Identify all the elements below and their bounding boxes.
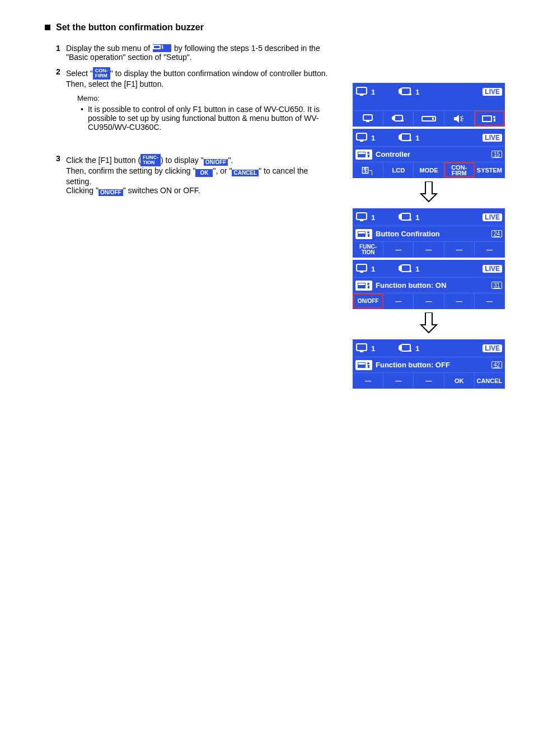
btn-ok[interactable]: OK [444,373,475,388]
svg-point-2 [162,45,163,47]
svg-rect-21 [357,133,367,140]
monitor-icon [355,263,369,274]
monitor-number: 1 [371,134,375,142]
svg-rect-45 [357,344,367,351]
monitor-icon [355,86,369,97]
controller-title: Controller [376,150,488,158]
step2-after: " to display the button confirmation win… [110,69,328,78]
screen-iconbar: 1 1 LIVE [353,83,505,127]
btn-system[interactable]: SYSTEM [475,162,504,178]
s3-a: Click the [F1] button ( [66,156,140,165]
step2-before: Select " [66,69,93,78]
svg-rect-30 [360,220,363,221]
page-number: 31 [491,282,502,289]
svg-rect-40 [409,270,411,272]
ok-icon: OK [195,169,213,177]
monitor-icon [355,343,369,354]
btn-blank: — [353,373,383,388]
svg-rect-11 [401,120,404,122]
btn-blank: — [414,373,444,388]
step-1: 1 Display the sub menu of by following t… [56,44,512,62]
controller-small-icon [355,150,372,160]
svg-rect-32 [409,219,411,221]
step-number: 2 [56,67,62,132]
svg-rect-3 [162,47,163,49]
svg-rect-50 [358,363,365,365]
camera-icon [397,87,413,97]
btn-function[interactable]: FUNC- TION [353,242,383,257]
svg-rect-44 [368,286,369,288]
svg-rect-8 [363,115,372,120]
iconbar-camera[interactable] [383,111,414,126]
svg-point-43 [367,283,369,285]
onoff-icon: ON/OFF [204,159,228,166]
live-badge: LIVE [483,134,502,142]
live-badge: LIVE [483,265,502,273]
svg-rect-42 [358,283,365,285]
iconbar-controller[interactable] [475,111,504,126]
controller-small-icon [355,281,372,291]
svg-rect-28 [368,155,369,157]
button-confirmation-title: Button Confiration [376,230,488,238]
svg-rect-38 [360,272,363,273]
camera-number: 1 [415,213,419,222]
monitor-number: 1 [371,344,375,353]
function-on-title: Function button: ON [376,281,488,290]
confirm-icon: CON-FIRM [93,67,110,80]
monitor-icon [355,212,369,223]
svg-rect-7 [409,94,411,95]
btn-blank: — [444,242,475,257]
svg-rect-4 [357,87,367,94]
cancel-icon: CANCEL [232,170,259,176]
iconbar-recorder[interactable] [414,111,444,126]
monitor-number: 1 [371,88,375,96]
s3-g: Clicking " [66,186,99,195]
function-off-title: Function button: OFF [376,361,488,369]
s3-e: ", or " [213,166,232,175]
btn-confirm[interactable]: CON- FIRM [444,162,475,178]
btn-cancel[interactable]: CANCEL [475,373,504,388]
page-number: 15 [491,151,502,158]
monitor-number: 1 [371,213,375,222]
camera-number: 1 [415,265,419,273]
btn-blank: — [475,242,504,257]
controller-small-icon [355,229,372,239]
iconbar-monitor[interactable] [353,111,383,126]
onoff-icon: ON/OFF [99,189,123,196]
arrow-down-icon [419,181,438,205]
camera-number: 1 [415,344,419,353]
live-badge: LIVE [483,344,502,352]
camera-icon [397,133,413,143]
step-number: 1 [56,44,62,62]
section-title: Set the button confirmation buzzer [56,22,204,32]
screen-controller: 1 1 LIVE Controller 15 ⚿┐ LCD MODE CON- … [353,129,505,178]
s3-h: " switches ON or OFF. [123,186,200,195]
btn-blank: — [475,293,504,309]
btn-key[interactable]: ⚿┐ [353,162,383,178]
s3-c: ". [228,156,233,165]
btn-blank: — [414,293,444,309]
svg-rect-5 [360,95,363,96]
screen-function-off: 1 1 LIVE Function button: OFF 42 — — — O… [353,339,505,389]
camera-icon [397,212,413,222]
btn-blank: — [383,293,414,309]
live-badge: LIVE [483,213,502,221]
iconbar-speaker[interactable] [444,111,475,126]
camera-number: 1 [415,88,419,96]
svg-rect-29 [357,213,367,220]
btn-lcd[interactable]: LCD [383,162,414,178]
bullet-dot: • [81,105,83,132]
svg-rect-22 [360,141,363,142]
step2-then: Then, select the [F1] button. [66,80,163,88]
svg-rect-46 [360,351,363,352]
btn-blank: — [383,242,414,257]
btn-onoff[interactable]: ON/OFF [353,293,383,309]
btn-mode[interactable]: MODE [414,162,444,178]
memo-text: It is possible to control of only F1 but… [88,105,335,132]
svg-rect-36 [368,234,369,237]
controller-small-icon [355,360,372,370]
svg-point-14 [462,116,463,117]
screen-button-confirmation: 1 1 LIVE Button Confiration 24 FUNC- TIO… [353,208,505,258]
s3-d: Then, confirm the setting by clicking " [66,166,195,175]
svg-point-19 [493,116,495,118]
